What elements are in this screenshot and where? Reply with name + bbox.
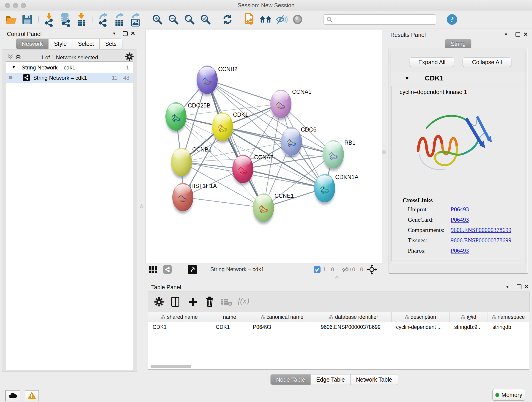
tab-select[interactable]: Select (72, 38, 99, 49)
network-row-selected[interactable]: String Network – cdk1 11 48 (6, 73, 133, 83)
crosslink-label: Uniprot: (408, 206, 428, 213)
table-panel-float-icon[interactable] (517, 284, 521, 289)
memory-button[interactable]: Memory (492, 389, 525, 401)
import-table-file-icon[interactable] (75, 12, 88, 27)
table-panel-close-icon[interactable]: ✕ (524, 283, 529, 290)
network-node-ccna2[interactable] (232, 155, 253, 183)
crosslink-value[interactable]: P06493 (451, 247, 469, 254)
right-splitter-handle[interactable] (382, 150, 386, 154)
create-column-icon[interactable] (188, 297, 197, 306)
import-network-database-icon[interactable] (59, 12, 71, 27)
network-node-cdc25b[interactable] (165, 102, 186, 131)
tab-style[interactable]: Style (49, 38, 73, 49)
table-row[interactable]: CDK1CDK1P064939606.ENSP00000378699cyclin… (148, 322, 529, 332)
import-string-network-icon[interactable] (243, 12, 256, 27)
table-cell[interactable]: stringdb (488, 322, 529, 332)
refresh-icon[interactable] (221, 12, 234, 27)
results-panel-float-icon[interactable] (515, 32, 520, 37)
zoom-fit-icon[interactable] (183, 12, 196, 27)
save-session-icon[interactable] (21, 12, 33, 27)
network-node-ccnb2[interactable] (196, 65, 218, 94)
collection-count: 1 (126, 64, 129, 71)
network-node-cdc6[interactable] (281, 127, 302, 156)
column-header-canonical-name[interactable]: canonical name (248, 313, 316, 322)
tab-node-table[interactable]: Node Table (270, 374, 311, 385)
table-cell[interactable]: 9606.ENSP00000378699 (316, 322, 392, 332)
zoom-out-icon[interactable] (167, 12, 180, 27)
status-bar: Memory (0, 388, 532, 402)
table-options-gear-icon[interactable] (154, 297, 164, 306)
tab-network[interactable]: Network (16, 38, 49, 49)
horizontal-scrollbar[interactable] (151, 365, 191, 368)
search-input[interactable] (333, 16, 430, 23)
column-header-description[interactable]: description (392, 313, 450, 322)
delete-column-icon[interactable] (205, 296, 214, 307)
node-label-hist1h1a: HIST1H1A (190, 183, 217, 189)
gene-collapse-icon[interactable]: ▼ (405, 76, 409, 81)
table-panel-dropdown-icon[interactable]: ▼ (505, 285, 509, 289)
network-options-gear-icon[interactable] (125, 52, 133, 61)
delete-table-icon (221, 298, 232, 306)
show-columns-icon[interactable] (171, 297, 180, 307)
column-header-namespace[interactable]: namespace (488, 313, 529, 322)
hidden-eye-icon[interactable] (342, 266, 351, 273)
crosslink-value[interactable]: P06493 (451, 206, 469, 213)
table-cell[interactable]: cyclin-dependent ... (392, 322, 450, 332)
column-label: @id (467, 314, 476, 320)
network-node-ccne1[interactable] (253, 193, 274, 222)
help-icon[interactable]: ? (446, 12, 458, 27)
control-panel-float-icon[interactable] (123, 31, 128, 36)
column-header--id[interactable]: @id (450, 313, 488, 322)
crosslink-value[interactable]: P06493 (451, 216, 469, 223)
collapse-all-button[interactable]: Collapse All (462, 57, 511, 67)
edge-count: 48 (123, 75, 129, 81)
detail-lens-icon[interactable] (291, 12, 304, 27)
tab-edge-table[interactable]: Edge Table (311, 374, 351, 385)
network-node-ccna1[interactable] (270, 89, 291, 118)
network-collection-row[interactable]: ▼ String Network – cdk1 1 (6, 63, 133, 73)
birdseye-navigator-icon[interactable] (367, 264, 377, 275)
table-cell[interactable]: P06493 (248, 322, 316, 332)
hide-graphics-eye-icon[interactable] (275, 12, 288, 27)
open-in-new-window-icon[interactable] (188, 265, 197, 274)
tab-sets[interactable]: Sets (100, 38, 122, 49)
export-image-icon[interactable] (129, 12, 142, 27)
column-header-database-identifier[interactable]: database identifier (316, 313, 392, 322)
network-share-icon[interactable] (163, 265, 172, 274)
string-homes-icon[interactable] (259, 12, 272, 27)
column-header-name[interactable]: name (211, 313, 248, 322)
results-panel-dropdown-icon[interactable]: ▼ (504, 32, 508, 37)
tab-string[interactable]: String (445, 39, 471, 49)
table-header-row: shared namenamecanonical namedatabase id… (148, 313, 529, 322)
zoom-in-icon[interactable] (151, 12, 164, 27)
grid-view-icon[interactable] (149, 265, 158, 274)
main-toolbar: ? (0, 11, 532, 28)
table-cell[interactable]: CDK1 (211, 322, 248, 332)
warning-status-button[interactable] (25, 390, 39, 401)
cloud-status-button[interactable] (5, 390, 20, 401)
collection-expand-icon[interactable]: ▼ (12, 64, 16, 70)
network-node-ccnb1[interactable] (171, 148, 192, 176)
expand-all-button[interactable]: Expand All (410, 57, 454, 67)
column-type-icon (161, 314, 165, 320)
open-session-icon[interactable] (5, 12, 17, 27)
zoom-selected-icon[interactable] (199, 12, 212, 27)
tab-network-table[interactable]: Network Table (351, 374, 398, 385)
crosslink-value[interactable]: 9606.ENSP00000378699 (451, 237, 511, 244)
import-network-file-icon[interactable] (43, 12, 56, 27)
left-splitter-handle[interactable] (140, 204, 143, 208)
column-header-shared-name[interactable]: shared name (148, 313, 211, 322)
control-panel-dropdown-icon[interactable]: ▼ (112, 32, 116, 36)
crosslink-value[interactable]: 9606.ENSP00000378699 (451, 227, 511, 234)
network-node-rb1[interactable] (323, 140, 344, 168)
selected-checkbox-icon[interactable] (313, 266, 321, 273)
control-panel-close-icon[interactable]: ✕ (131, 30, 135, 37)
network-node-cdkn1a[interactable] (314, 174, 335, 202)
table-cell[interactable]: stringdb:9... (450, 322, 488, 332)
results-panel-close-icon[interactable]: ✕ (523, 31, 528, 38)
export-network-icon[interactable] (97, 12, 109, 27)
network-view[interactable]: CCNB2CCNA1CDC25BCDK1CDC6RB1CCNB1CCNA2CDK… (146, 30, 382, 263)
table-cell[interactable]: CDK1 (148, 322, 211, 332)
network-node-cdk1[interactable] (212, 113, 233, 141)
export-table-icon[interactable] (113, 12, 126, 27)
